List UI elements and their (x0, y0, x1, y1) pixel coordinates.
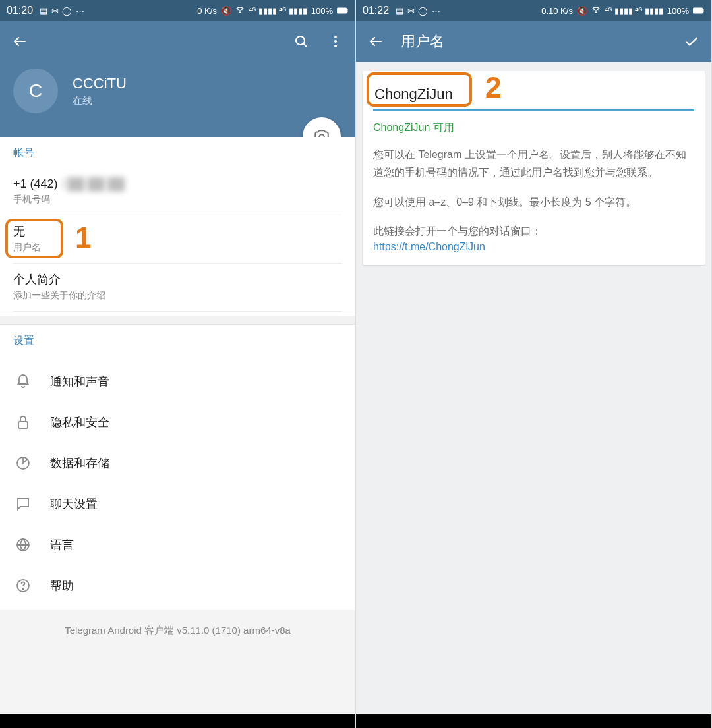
app-bar (0, 21, 355, 62)
status-battery-icon (693, 6, 705, 16)
page-title: 用户名 (401, 32, 667, 51)
username-desc-2: 您可以使用 a–z、0–9 和下划线。最小长度为 5 个字符。 (363, 184, 705, 213)
status-signal-icon: ⁴ᴳ ▮▮▮▮ ⁴ᴳ ▮▮▮▮ (249, 6, 307, 16)
settings-label: 隐私和安全 (50, 414, 109, 430)
back-button[interactable] (367, 32, 385, 51)
username-row[interactable]: 无 用户名 (13, 215, 342, 264)
status-mute-icon: 🔇 (221, 6, 231, 16)
more-button[interactable] (326, 32, 345, 51)
section-divider (0, 316, 355, 325)
settings-label: 通知和声音 (50, 374, 109, 389)
phone-row[interactable]: +1 (442) 2██ ██ ██ 手机号码 (13, 169, 342, 215)
settings-label: 聊天设置 (50, 496, 98, 512)
app-version: Telegram Android 客户端 v5.11.0 (1710) arm6… (0, 610, 355, 714)
svg-point-12 (22, 588, 24, 590)
settings-list: 通知和声音 隐私和安全 数据和存储 聊天设置 语言 帮助 (0, 357, 355, 610)
phone-label: 手机号码 (13, 194, 342, 206)
status-notif-icons: ▤ ✉ ◯ ⋯ (40, 6, 85, 16)
status-battery-icon (337, 6, 349, 16)
settings-label: 数据和存储 (50, 455, 109, 471)
status-net: 0.10 K/s (541, 6, 573, 16)
confirm-button[interactable] (682, 32, 701, 51)
username-availability: ChongZiJun 可用 (363, 112, 705, 138)
settings-section: 设置 (0, 325, 355, 357)
bio-label: 添加一些关于你的介绍 (13, 290, 342, 302)
username-editor-body: ChongZiJun 可用 您可以在 Telegram 上设置一个用户名。设置后… (356, 62, 711, 714)
avatar[interactable]: C (13, 69, 58, 113)
bio-value: 个人简介 (13, 271, 342, 287)
bell-icon (15, 373, 32, 390)
status-bar: 01:22 ▤ ✉ ◯ ⋯ 0.10 K/s 🔇 ⁴ᴳ ▮▮▮▮ ⁴ᴳ ▮▮▮▮… (356, 0, 711, 21)
help-icon (15, 577, 32, 594)
status-wifi-icon (591, 5, 601, 16)
account-section: 帐号 +1 (442) 2██ ██ ██ 手机号码 无 用户名 个人简介 添加… (0, 137, 355, 316)
settings-label: 帮助 (50, 578, 74, 594)
left-screen: 01:20 ▤ ✉ ◯ ⋯ 0 K/s 🔇 ⁴ᴳ ▮▮▮▮ ⁴ᴳ ▮▮▮▮ 10… (0, 0, 356, 728)
globe-icon (15, 536, 32, 553)
username-link-label: 此链接会打开一个与您的对话窗口： (363, 214, 705, 238)
search-button[interactable] (292, 32, 311, 51)
settings-header: 设置 (13, 334, 342, 348)
svg-point-4 (334, 36, 337, 38)
status-bar: 01:20 ▤ ✉ ◯ ⋯ 0 K/s 🔇 ⁴ᴳ ▮▮▮▮ ⁴ᴳ ▮▮▮▮ 10… (0, 0, 355, 21)
settings-item-data[interactable]: 数据和存储 (0, 443, 355, 484)
username-value: 无 (13, 223, 342, 239)
username-label: 用户名 (13, 242, 342, 254)
bio-row[interactable]: 个人简介 添加一些关于你的介绍 (13, 264, 342, 312)
settings-item-language[interactable]: 语言 (0, 524, 355, 565)
settings-item-privacy[interactable]: 隐私和安全 (0, 402, 355, 443)
status-wifi-icon (235, 5, 245, 16)
svg-rect-2 (347, 9, 348, 12)
app-bar: 用户名 (356, 21, 711, 62)
status-clock: 01:22 (363, 5, 389, 16)
phone-blurred: 2 (61, 177, 68, 190)
settings-item-notifications[interactable]: 通知和声音 (0, 361, 355, 402)
right-screen: 01:22 ▤ ✉ ◯ ⋯ 0.10 K/s 🔇 ⁴ᴳ ▮▮▮▮ ⁴ᴳ ▮▮▮▮… (356, 0, 712, 728)
settings-item-chat[interactable]: 聊天设置 (0, 484, 355, 524)
svg-rect-1 (337, 7, 347, 13)
svg-point-0 (239, 11, 240, 12)
settings-label: 语言 (50, 537, 74, 553)
status-battery-text: 100% (667, 6, 689, 16)
status-clock: 01:20 (7, 5, 33, 16)
username-link[interactable]: https://t.me/ChongZiJun (363, 238, 705, 265)
profile-name: CCCiTU (73, 75, 127, 92)
account-header: 帐号 (13, 146, 342, 160)
svg-point-13 (595, 11, 596, 12)
username-desc-1: 您可以在 Telegram 上设置一个用户名。设置后，别人将能够在不知道您的手机… (363, 138, 705, 184)
settings-item-help[interactable]: 帮助 (0, 565, 355, 606)
username-input[interactable] (373, 79, 694, 111)
back-button[interactable] (11, 32, 29, 51)
status-notif-icons: ▤ ✉ ◯ ⋯ (396, 6, 441, 16)
status-signal-icon: ⁴ᴳ ▮▮▮▮ ⁴ᴳ ▮▮▮▮ (605, 6, 663, 16)
svg-rect-8 (18, 422, 28, 428)
chat-icon (15, 495, 32, 513)
profile-header: C CCCiTU 在线 (0, 62, 355, 137)
android-navbar (356, 714, 711, 728)
lock-icon (15, 414, 32, 431)
svg-point-5 (334, 40, 337, 43)
svg-rect-14 (693, 7, 703, 13)
status-mute-icon: 🔇 (577, 6, 587, 16)
svg-point-6 (334, 45, 337, 47)
phone-prefix: +1 (442) (13, 177, 61, 190)
svg-rect-15 (703, 9, 704, 12)
status-net: 0 K/s (197, 6, 217, 16)
status-battery-text: 100% (311, 6, 333, 16)
pie-icon (15, 455, 32, 472)
android-navbar (0, 714, 355, 728)
profile-status: 在线 (73, 95, 127, 107)
username-card: ChongZiJun 可用 您可以在 Telegram 上设置一个用户名。设置后… (363, 71, 705, 265)
